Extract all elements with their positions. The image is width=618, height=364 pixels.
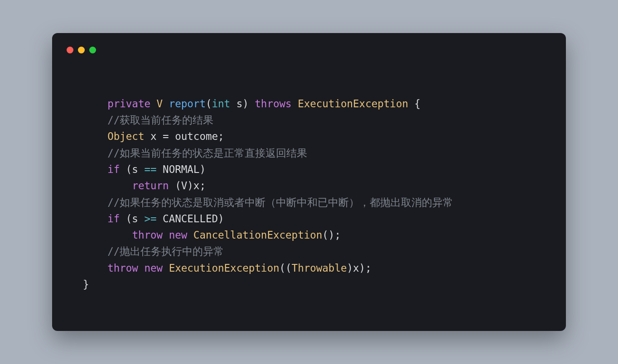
code-line: //获取当前任务的结果: [83, 114, 213, 126]
operator: >=: [144, 213, 156, 225]
keyword-new: new: [163, 229, 193, 241]
operator: ==: [144, 163, 156, 175]
keyword-new: new: [138, 262, 169, 274]
code-line: throw new CancellationException();: [83, 229, 341, 241]
brace: {: [408, 98, 420, 110]
type-exception: ExecutionException: [298, 98, 408, 110]
paren: ): [242, 98, 249, 110]
code-line: //如果当前任务的状态是正常直接返回结果: [83, 147, 307, 159]
code-line: if (s == NORMAL): [83, 163, 206, 175]
comment: //获取当前任务的结果: [107, 114, 213, 126]
param: s: [230, 98, 242, 110]
type-int: int: [212, 98, 230, 110]
code-text: (V)x;: [169, 180, 206, 192]
keyword-private: private: [107, 98, 150, 110]
code-line: Object x = outcome;: [83, 130, 224, 142]
type-v: V: [157, 98, 163, 110]
keyword-throw: throw: [132, 229, 163, 241]
code-line: //抛出任务执行中的异常: [83, 245, 224, 257]
comment: //如果当前任务的状态是正常直接返回结果: [107, 147, 307, 159]
paren: (: [206, 98, 212, 110]
code-window: private V report(int s) throws Execution…: [52, 33, 566, 330]
code-line: //如果任务的状态是取消或者中断（中断中和已中断），都抛出取消的异常: [83, 196, 453, 208]
comment: //抛出任务执行中的异常: [107, 245, 224, 257]
comment: //如果任务的状态是取消或者中断（中断中和已中断），都抛出取消的异常: [107, 196, 453, 208]
method-name: report: [169, 98, 206, 110]
minimize-icon[interactable]: [78, 47, 85, 53]
code-line: throw new ExecutionException((Throwable)…: [83, 262, 372, 274]
keyword-if: if: [107, 213, 120, 225]
window-controls: [65, 44, 553, 53]
code-text: x = outcome;: [144, 130, 224, 142]
code-line: if (s >= CANCELLED): [83, 213, 224, 225]
keyword-if: if: [107, 163, 120, 175]
type-object: Object: [107, 130, 144, 142]
paren: ((: [280, 262, 292, 274]
code-text: (s: [120, 213, 144, 225]
keyword-return: return: [132, 180, 169, 192]
type-throwable: Throwable: [292, 262, 347, 274]
code-text: )x);: [347, 262, 372, 274]
code-line: }: [83, 278, 89, 290]
code-text: NORMAL): [157, 163, 206, 175]
type-exec-exc: ExecutionException: [169, 262, 280, 274]
type-cancel-exc: CancellationException: [193, 229, 322, 241]
code-text: (s: [120, 163, 144, 175]
close-icon[interactable]: [67, 47, 73, 53]
keyword-throw: throw: [107, 262, 138, 274]
code-text: CANCELLED): [157, 213, 224, 225]
brace: }: [83, 278, 89, 290]
code-text: ();: [322, 229, 341, 241]
keyword-throws: throws: [249, 98, 298, 110]
code-block: private V report(int s) throws Execution…: [65, 79, 553, 309]
maximize-icon[interactable]: [89, 47, 96, 53]
code-line: return (V)x;: [83, 180, 206, 192]
code-line: private V report(int s) throws Execution…: [83, 98, 420, 110]
